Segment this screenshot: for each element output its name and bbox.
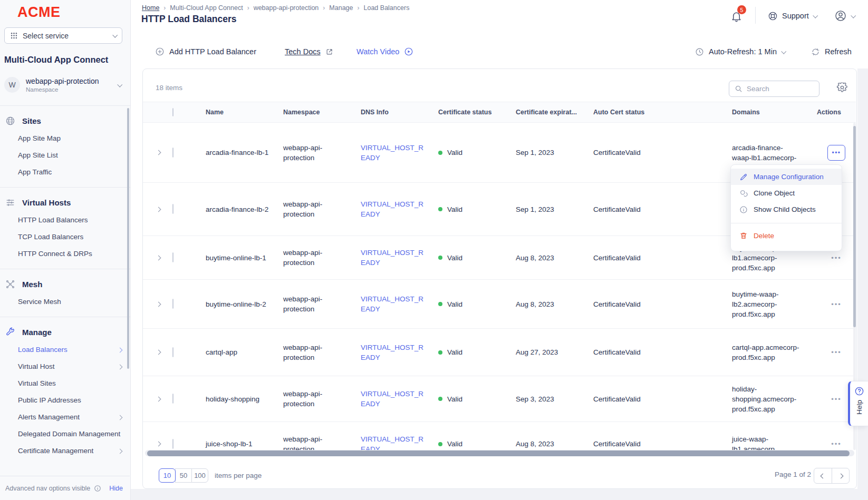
breadcrumb-item: Load Balancers [364,4,410,12]
cell-certificate-status: Valid [438,299,516,309]
sidebar-item-app-site-map[interactable]: App Site Map [0,130,130,147]
row-checkbox[interactable] [172,204,173,214]
prev-page-button[interactable] [814,468,832,483]
sidebar-item-alerts-management[interactable]: Alerts Management [0,409,130,426]
search-icon [735,85,742,93]
expand-row-chevron[interactable] [156,350,161,355]
row-actions-button[interactable]: ••• [831,440,842,448]
sidebar-item-http-connect-drps[interactable]: HTTP Connect & DRPs [0,246,130,262]
breadcrumb-item: webapp-api-protection [254,4,319,12]
search-input[interactable] [747,85,814,93]
cell-name: arcadia-finance-lb-2 [206,204,273,214]
sidebar-item-virtual-host[interactable]: Virtual Host [0,358,130,375]
watch-video-link[interactable]: Watch Video [356,44,413,59]
cell-namespace: webapp-api-protection [283,294,340,314]
sidebar-scrollbar[interactable] [127,108,129,369]
product-title: Multi-Cloud App Connect [4,55,108,65]
breadcrumb-separator: › [247,4,249,12]
help-tab[interactable]: Help [848,381,868,426]
row-actions-button[interactable]: ••• [831,300,842,308]
account-menu[interactable] [834,8,855,23]
cell-namespace: webapp-api-protection [283,342,340,362]
breadcrumb-item[interactable]: Home [142,4,159,12]
auto-refresh-select[interactable]: Auto-Refresh: 1 Min [695,44,785,59]
sidebar-item-http-load-balancers[interactable]: HTTP Load Balancers [0,212,130,229]
sidebar-item-service-mesh[interactable]: Service Mesh [0,293,130,310]
service-selector-label: Select service [23,32,69,40]
cell-dns-info[interactable]: VIRTUAL_HOST_READY [361,434,428,450]
expand-row-chevron[interactable] [156,150,161,155]
row-actions-button[interactable]: ••• [831,395,842,403]
refresh-button[interactable]: Refresh [811,44,852,59]
expand-row-chevron[interactable] [156,255,161,260]
row-checkbox[interactable] [172,439,173,449]
row-checkbox[interactable] [172,394,173,404]
support-menu[interactable]: Support [768,8,817,23]
sidebar-item-app-site-list[interactable]: App Site List [0,147,130,164]
gear-icon[interactable] [837,82,847,93]
cell-dns-info[interactable]: VIRTUAL_HOST_READY [361,199,428,219]
chevron-down-icon [813,13,818,18]
page-size-50[interactable]: 50 [175,468,192,483]
row-checkbox[interactable] [172,148,173,158]
row-actions-button[interactable]: ••• [827,145,845,161]
notifications-button[interactable]: 5 [727,7,745,25]
row-checkbox[interactable] [172,299,173,309]
user-avatar-icon [834,9,847,22]
next-page-button[interactable] [832,468,849,483]
service-selector[interactable]: Select service [4,27,122,44]
status-dot [438,151,442,155]
cell-certificate-expiration: Aug 8, 2023 [516,299,593,309]
clone-icon [739,189,748,198]
breadcrumb-separator: › [358,4,360,12]
add-load-balancer-button[interactable]: Add HTTP Load Balancer [155,44,256,59]
cell-certificate-expiration: Sep 1, 2023 [516,204,593,214]
page-size-buttons: 1050100 [159,468,208,483]
external-link-icon [325,48,333,56]
tech-docs-link[interactable]: Tech Docs [285,44,333,59]
sidebar-item-certificate-management[interactable]: Certificate Management [0,443,130,459]
header-divider [755,7,756,24]
cell-dns-info[interactable]: VIRTUAL_HOST_READY [361,342,428,362]
advanced-nav-label: Advanced nav options visible [5,485,90,492]
namespace-name: webapp-api-protection [26,77,99,85]
row-checkbox[interactable] [172,252,173,262]
namespace-selector[interactable]: W webapp-api-protection Namespace [4,73,127,97]
menu-item-delete[interactable]: Delete [731,226,842,246]
menu-item-manage-configuration[interactable]: Manage Configuration [731,169,842,185]
expand-row-chevron[interactable] [156,396,161,401]
cell-namespace: webapp-api-protection [283,143,340,163]
cell-dns-info[interactable]: VIRTUAL_HOST_READY [361,248,428,268]
expand-row-chevron[interactable] [156,442,161,447]
cell-dns-info[interactable]: VIRTUAL_HOST_READY [361,294,428,314]
menu-item-clone-object[interactable]: Clone Object [731,185,842,201]
page-size-100[interactable]: 100 [191,468,208,483]
cell-certificate-status: Valid [438,347,516,357]
sidebar-item-app-traffic[interactable]: App Traffic [0,164,130,181]
hide-nav-link[interactable]: Hide [109,485,123,492]
cell-certificate-status: Valid [438,204,516,214]
sidebar-item-virtual-sites[interactable]: Virtual Sites [0,375,130,392]
page-status: Page 1 of 2 [775,470,811,478]
cell-dns-info[interactable]: VIRTUAL_HOST_READY [361,389,428,409]
sidebar-item-public-ip-addresses[interactable]: Public IP Addresses [0,392,130,409]
cell-auto-cert-status: CertificateValid [593,148,732,158]
items-count: 18 items [156,84,182,92]
sidebar-item-delegated-domain-management[interactable]: Delegated Domain Management [0,426,130,443]
sidebar-section-header: Mesh [0,274,130,293]
cell-certificate-expiration: Aug 8, 2023 [516,253,593,263]
select-all-checkbox[interactable] [172,108,173,116]
page-size-10[interactable]: 10 [159,468,176,483]
table-row: cartql-app webapp-api-protection VIRTUAL… [143,329,856,376]
cell-dns-info[interactable]: VIRTUAL_HOST_READY [361,143,428,163]
row-checkbox[interactable] [172,347,173,357]
row-actions-button[interactable]: ••• [831,348,842,356]
table-horizontal-scrollbar[interactable] [145,450,854,456]
plus-circle-icon [155,47,165,56]
sidebar-item-load-balancers[interactable]: Load Balancers [0,341,130,358]
row-actions-button[interactable]: ••• [831,254,842,262]
menu-item-show-child-objects[interactable]: Show Child Objects [731,201,842,218]
expand-row-chevron[interactable] [156,207,161,212]
sidebar-item-tcp-load-balancers[interactable]: TCP Load Balancers [0,229,130,246]
expand-row-chevron[interactable] [156,301,161,307]
